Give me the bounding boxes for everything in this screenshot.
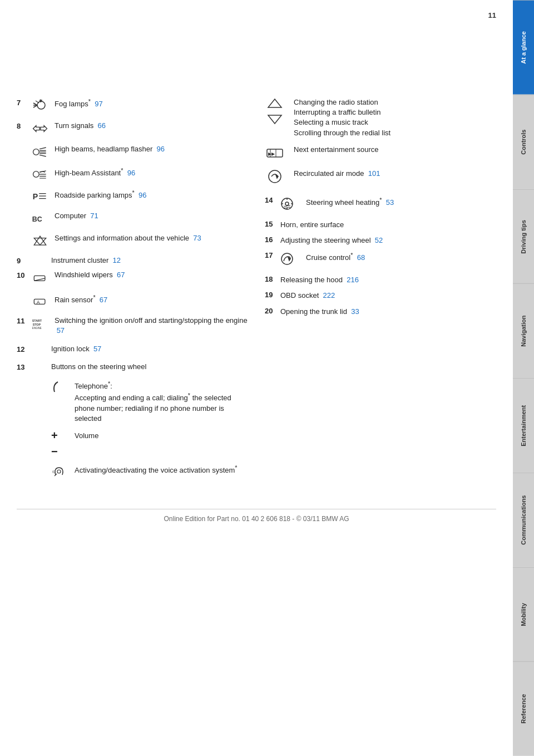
- high-beams-link[interactable]: 96: [157, 145, 165, 153]
- item-7-link[interactable]: 97: [95, 100, 102, 108]
- list-item: 17 Cruise control* 68: [265, 251, 496, 268]
- list-item: BC Computer 71: [29, 211, 248, 227]
- item-9-number: 9: [17, 257, 29, 265]
- tab-strip: At a glance Controls Driving tips Naviga…: [513, 0, 534, 756]
- item-18-number: 18: [265, 275, 277, 283]
- item-16-link[interactable]: 52: [375, 236, 383, 244]
- tab-controls[interactable]: Controls: [513, 95, 534, 189]
- item-19-link[interactable]: 222: [323, 291, 335, 300]
- item-19-number: 19: [265, 291, 277, 299]
- list-item: 20 Opening the trunk lid 33: [265, 307, 496, 317]
- svg-point-50: [281, 253, 293, 264]
- list-item: Changing the radio station Interrupting …: [265, 97, 496, 138]
- item-14-link[interactable]: 53: [386, 198, 394, 207]
- item-7-text: Fog lamps* 97: [55, 97, 248, 110]
- svg-point-42: [269, 170, 281, 183]
- footer: Online Edition for Part no. 01 40 2 606 …: [17, 509, 496, 523]
- tab-driving-tips[interactable]: Driving tips: [513, 189, 534, 284]
- fog-lamps-icon: ✱: [29, 97, 51, 113]
- svg-text:A: A: [37, 300, 40, 306]
- svg-marker-37: [268, 115, 281, 124]
- tab-entertainment[interactable]: Entertainment: [513, 378, 534, 473]
- parking-lamps-link[interactable]: 96: [139, 191, 146, 199]
- windshield-wipers-link[interactable]: 67: [117, 271, 125, 279]
- item-20-number: 20: [265, 307, 277, 315]
- item-9-link[interactable]: 12: [113, 256, 121, 264]
- recirculated-air-text: Recirculated air mode 101: [294, 169, 496, 179]
- svg-marker-43: [276, 175, 278, 178]
- list-item: ▶▶ Next entertainment source: [265, 145, 496, 162]
- high-beams-icon: [29, 144, 51, 160]
- item-8-link[interactable]: 66: [98, 121, 106, 130]
- turn-signals-icon: [29, 121, 51, 136]
- item-12-link[interactable]: 57: [93, 345, 101, 353]
- volume-minus-icon: −: [51, 445, 71, 458]
- item-11-text: Switching the ignition on/off and starti…: [55, 316, 248, 336]
- svg-text:✱: ✱: [39, 99, 43, 104]
- item-18-text: Releasing the hood 216: [280, 275, 496, 285]
- high-beam-assistant-icon: [29, 166, 51, 182]
- list-item: 18 Releasing the hood 216: [265, 275, 496, 285]
- right-column: Changing the radio station Interrupting …: [259, 97, 496, 487]
- item-12-text: Ignition lock 57: [51, 344, 248, 354]
- item-20-text: Opening the trunk lid 33: [280, 307, 496, 317]
- item-9-text: Instrument cluster 12: [51, 256, 248, 266]
- item-19-text: OBD socket 222: [280, 291, 496, 301]
- high-beams-text: High beams, headlamp flasher 96: [55, 144, 248, 154]
- item-13-text: Buttons on the steering wheel: [51, 362, 248, 372]
- svg-marker-25: [34, 238, 46, 245]
- page-number: 11: [17, 11, 496, 19]
- list-item: A Rain sensor* 67: [29, 293, 248, 309]
- list-item: 9 Instrument cluster 12: [17, 256, 248, 266]
- svg-point-14: [33, 171, 39, 178]
- list-item: 10 Windshield wipers 67: [17, 270, 248, 286]
- tab-navigation[interactable]: Navigation: [513, 283, 534, 378]
- voice-activation-icon: ((: [51, 464, 71, 481]
- tab-reference[interactable]: Reference: [513, 661, 534, 756]
- list-item: Settings and information about the vehic…: [29, 233, 248, 249]
- svg-text:((: ((: [52, 470, 55, 473]
- list-item: 19 OBD socket 222: [265, 291, 496, 301]
- list-item: −: [51, 445, 248, 458]
- svg-text:STOP: STOP: [33, 323, 41, 326]
- list-item: 14: [265, 196, 496, 213]
- item-7-number: 7: [17, 99, 29, 107]
- radio-up-icon: [265, 97, 289, 127]
- computer-text: Computer 71: [55, 211, 248, 221]
- item-16-text: Adjusting the steering wheel 52: [280, 235, 496, 246]
- list-item: Telephone*: Accepting and ending a call;…: [51, 380, 248, 424]
- windshield-wipers-text: Windshield wipers 67: [55, 270, 248, 280]
- computer-icon: BC: [29, 211, 51, 227]
- parking-lamps-text: Roadside parking lamps* 96: [55, 189, 248, 201]
- voice-activation-text: Activating/deactivating the voice activa…: [75, 464, 248, 476]
- computer-link[interactable]: 71: [90, 212, 98, 220]
- tab-mobility[interactable]: Mobility: [513, 567, 534, 662]
- tab-communications[interactable]: Communications: [513, 473, 534, 567]
- tab-at-a-glance[interactable]: At a glance: [513, 0, 534, 95]
- settings-link[interactable]: 73: [193, 234, 201, 242]
- svg-line-9: [39, 148, 46, 149]
- telephone-text: Telephone*: Accepting and ending a call;…: [75, 380, 248, 424]
- list-item: 16 Adjusting the steering wheel 52: [265, 235, 496, 246]
- item-11-link[interactable]: 57: [57, 326, 65, 335]
- recirculated-air-link[interactable]: 101: [368, 169, 380, 178]
- list-item: 7 ✱ Fog la: [17, 97, 248, 113]
- list-item: 11 START STOP ENGINE Switching the ignit…: [17, 316, 248, 336]
- steering-wheel-heating-icon: [277, 196, 301, 213]
- item-18-link[interactable]: 216: [347, 276, 359, 284]
- footer-text: Online Edition for Part no. 01 40 2 606 …: [164, 515, 349, 523]
- rain-sensor-link[interactable]: 67: [100, 296, 107, 305]
- high-beam-assistant-text: High-beam Assistant* 96: [55, 166, 248, 179]
- list-item: P Roadside parking lamps* 96: [29, 189, 248, 204]
- svg-text:BC: BC: [32, 215, 42, 223]
- item-20-link[interactable]: 33: [351, 307, 359, 316]
- volume-plus-icon: +: [51, 429, 71, 442]
- high-beam-assistant-link[interactable]: 96: [127, 169, 135, 177]
- parking-lamps-icon: P: [29, 189, 51, 204]
- item-16-number: 16: [265, 235, 277, 244]
- svg-point-45: [285, 202, 289, 205]
- rain-sensor-text: Rain sensor* 67: [55, 293, 248, 306]
- item-15-number: 15: [265, 220, 277, 228]
- item-17-link[interactable]: 68: [357, 253, 365, 262]
- list-item: High beams, headlamp flasher 96: [29, 144, 248, 160]
